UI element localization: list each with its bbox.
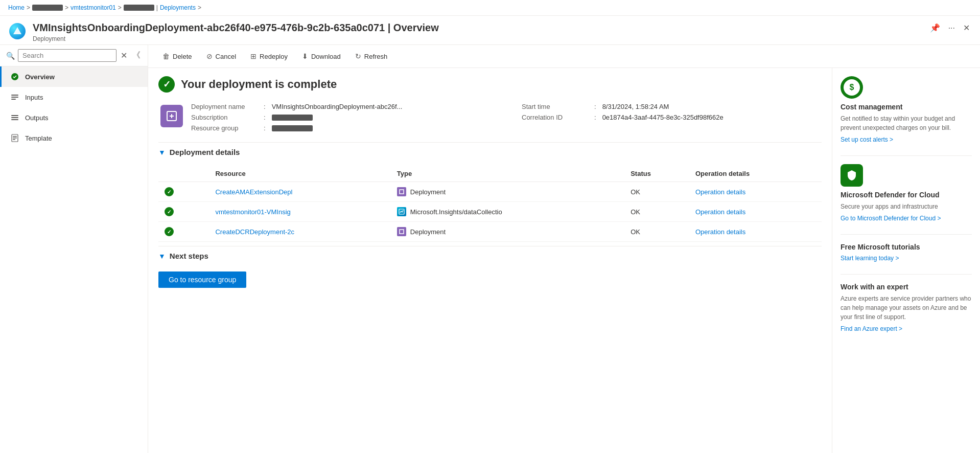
sidebar-item-inputs[interactable]: Inputs xyxy=(0,87,148,107)
header-text: VMInsightsOnboardingDeployment-abc26f40-… xyxy=(33,21,922,42)
breadcrumb-sep3: > xyxy=(118,4,122,11)
inputs-icon xyxy=(10,92,20,102)
svg-rect-5 xyxy=(11,115,18,116)
resource-link[interactable]: CreateAMAExtensionDepl xyxy=(215,188,292,196)
breadcrumb-resource[interactable]: vmtestmonitor01 xyxy=(71,4,116,11)
azure-icon xyxy=(9,23,26,39)
operation-details-link[interactable]: Operation details xyxy=(695,228,745,236)
cancel-icon: ⊘ xyxy=(206,52,213,60)
breadcrumb-deployments[interactable]: Deployments xyxy=(160,4,196,11)
tutorials-link[interactable]: Start learning today > xyxy=(841,255,899,262)
subscription-value xyxy=(272,115,313,121)
go-to-resource-group-button[interactable]: Go to resource group xyxy=(158,271,246,288)
deployment-details-title: Deployment details xyxy=(170,148,240,156)
table-row: vmtestmonitor01-VMInsig Microsoft.Insigh… xyxy=(158,202,822,222)
row-operation: Operation details xyxy=(689,182,822,202)
defender-heading: Microsoft Defender for Cloud xyxy=(841,191,972,199)
sidebar-item-label: Overview xyxy=(25,73,55,81)
sidebar-item-outputs[interactable]: Outputs xyxy=(0,107,148,128)
svg-rect-7 xyxy=(11,119,18,120)
deployment-name-row: Deployment name : VMInsightsOnboardingDe… xyxy=(191,103,491,110)
close-button[interactable]: ✕ xyxy=(961,21,972,35)
redeploy-button[interactable]: ⊞ Redeploy xyxy=(244,49,294,63)
breadcrumb-sub2 xyxy=(124,5,154,11)
subscription-label: Subscription xyxy=(191,114,258,121)
header-actions: 📌 ··· ✕ xyxy=(928,21,972,35)
svg-marker-0 xyxy=(13,27,21,34)
next-steps-header[interactable]: ▼ Next steps xyxy=(158,246,822,265)
breadcrumb-home[interactable]: Home xyxy=(8,4,25,11)
next-steps-section: ▼ Next steps Go to resource group xyxy=(158,246,822,288)
sidebar-item-label: Template xyxy=(25,134,52,142)
page-subtitle: Deployment xyxy=(33,35,922,42)
outputs-icon xyxy=(10,112,20,123)
refresh-button[interactable]: ↻ Refresh xyxy=(349,49,394,63)
search-input[interactable] xyxy=(18,49,116,62)
download-label: Download xyxy=(311,53,341,60)
expert-link[interactable]: Find an Azure expert > xyxy=(841,325,902,332)
sidebar-item-template[interactable]: Template xyxy=(0,128,148,148)
right-panel: $ Cost management Get notified to stay w… xyxy=(832,68,980,453)
col-operation: Operation details xyxy=(689,166,822,182)
next-steps-chevron-icon: ▼ xyxy=(158,252,166,260)
cost-management-heading: Cost management xyxy=(841,103,972,111)
breadcrumb-sep5: > xyxy=(198,4,201,11)
sidebar-item-overview[interactable]: Overview xyxy=(0,66,148,87)
row-operation: Operation details xyxy=(689,222,822,242)
complete-title: Your deployment is complete xyxy=(181,78,337,91)
sidebar: 🔍 ✕ 《 Overview Inputs xyxy=(0,45,148,453)
resource-link[interactable]: CreateDCRDeployment-2c xyxy=(215,228,294,236)
svg-rect-6 xyxy=(11,117,18,118)
breadcrumb-sep1: > xyxy=(27,4,30,11)
sidebar-collapse-button[interactable]: 《 xyxy=(131,49,142,62)
download-button[interactable]: ⬇ Download xyxy=(296,49,347,63)
refresh-icon: ↻ xyxy=(355,52,361,60)
expert-heading: Work with an expert xyxy=(841,283,972,291)
defender-icon xyxy=(841,164,863,187)
row-status-icon xyxy=(158,202,209,222)
deployment-details-header[interactable]: ▼ Deployment details xyxy=(158,142,822,162)
operation-details-link[interactable]: Operation details xyxy=(695,188,745,196)
sidebar-item-label: Outputs xyxy=(25,114,49,122)
page-title: VMInsightsOnboardingDeployment-abc26f40-… xyxy=(33,21,922,34)
cost-management-text: Get notified to stay within your budget … xyxy=(841,114,972,132)
delete-button[interactable]: 🗑 Delete xyxy=(156,49,198,63)
col-resource xyxy=(158,166,209,182)
pin-button[interactable]: 📌 xyxy=(928,21,942,35)
redeploy-label: Redeploy xyxy=(260,53,288,60)
resource-group-value xyxy=(272,125,313,131)
row-type: Deployment xyxy=(391,182,624,202)
details-chevron-icon: ▼ xyxy=(158,148,166,156)
row-type: Deployment xyxy=(391,222,624,242)
resource-group-row: Resource group : xyxy=(191,124,491,132)
more-button[interactable]: ··· xyxy=(946,21,957,35)
cancel-button[interactable]: ⊘ Cancel xyxy=(200,49,242,63)
row-status: OK xyxy=(624,222,689,242)
cost-management-icon: $ xyxy=(841,76,863,99)
deployment-type-icon xyxy=(397,227,406,236)
cost-management-link[interactable]: Set up cost alerts > xyxy=(841,136,893,143)
breadcrumb-sep2: > xyxy=(65,4,68,11)
search-clear-button[interactable]: ✕ xyxy=(120,50,128,61)
col-type: Type xyxy=(391,166,624,182)
download-icon: ⬇ xyxy=(302,52,308,60)
row-operation: Operation details xyxy=(689,202,822,222)
col-resource-name: Resource xyxy=(209,166,390,182)
operation-details-link[interactable]: Operation details xyxy=(695,208,745,216)
complete-check-icon xyxy=(158,76,175,93)
tutorials-heading: Free Microsoft tutorials xyxy=(841,243,972,251)
sidebar-search-container: 🔍 ✕ 《 xyxy=(0,45,148,66)
page-header: VMInsightsOnboardingDeployment-abc26f40-… xyxy=(0,16,980,45)
header-icon xyxy=(8,22,27,40)
defender-link[interactable]: Go to Microsoft Defender for Cloud > xyxy=(841,215,941,222)
deployment-info-grid: Deployment name : VMInsightsOnboardingDe… xyxy=(191,103,822,132)
panel-divider-2 xyxy=(841,234,972,235)
row-resource: CreateDCRDeployment-2c xyxy=(209,222,390,242)
resource-link[interactable]: vmtestmonitor01-VMInsig xyxy=(215,208,290,216)
delete-icon: 🗑 xyxy=(162,52,170,60)
correlation-id-label: Correlation ID xyxy=(522,114,588,121)
deployment-type-icon xyxy=(397,187,406,196)
col-status: Status xyxy=(624,166,689,182)
start-time-row: Start time : 8/31/2024, 1:58:24 AM xyxy=(522,103,822,110)
svg-rect-9 xyxy=(13,136,17,137)
